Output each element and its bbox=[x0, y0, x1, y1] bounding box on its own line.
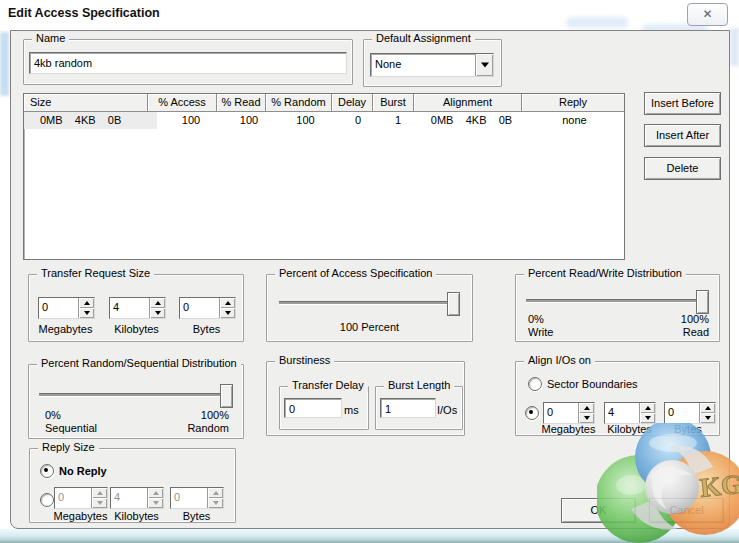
cell-burst: 1 bbox=[378, 112, 418, 129]
spin-up-icon[interactable] bbox=[640, 403, 655, 413]
sector-boundaries-label[interactable]: Sector Boundaries bbox=[547, 378, 638, 391]
default-assignment-group: Default Assignment None bbox=[363, 39, 502, 87]
col-burst[interactable]: Burst bbox=[373, 94, 414, 112]
spin-down-icon bbox=[208, 498, 223, 508]
trs-kilobytes-unit: Kilobytes bbox=[100, 323, 173, 336]
random-sequential-label: Percent Random/Sequential Distribution bbox=[37, 357, 241, 370]
spin-down-icon bbox=[148, 498, 163, 508]
random-sequential-slider[interactable] bbox=[39, 383, 233, 407]
burst-length-input[interactable]: 1 bbox=[380, 398, 436, 418]
spin-down-icon[interactable] bbox=[150, 308, 165, 318]
name-group: Name 4kb random bbox=[23, 39, 353, 85]
access-spec-list[interactable]: Size % Access % Read % Random Delay Burs… bbox=[23, 93, 625, 260]
align-megabytes-spinner[interactable]: 0 bbox=[543, 402, 595, 424]
default-assignment-value: None bbox=[371, 54, 475, 76]
trs-kilobytes-spinner[interactable]: 4 bbox=[109, 297, 166, 319]
transfer-delay-label: Transfer Delay bbox=[288, 379, 368, 392]
align-kilobytes-spinner[interactable]: 4 bbox=[604, 402, 656, 424]
default-assignment-select[interactable]: None bbox=[370, 53, 494, 77]
reply-bytes-spinner: 0 bbox=[170, 487, 224, 509]
table-row[interactable]: 0MB 4KB 0B 100 100 100 0 1 0MB 4KB 0B no… bbox=[24, 112, 624, 129]
spin-up-icon[interactable] bbox=[220, 298, 235, 308]
col-reply[interactable]: Reply bbox=[522, 94, 624, 112]
align-bytes-spinner[interactable]: 0 bbox=[664, 402, 716, 424]
cancel-button[interactable]: Cancel bbox=[649, 498, 724, 523]
screenshot-root: { "win": { "title": "Edit Access Specifi… bbox=[0, 0, 739, 543]
insert-after-button[interactable]: Insert After bbox=[644, 124, 721, 147]
col-alignment[interactable]: Alignment bbox=[414, 94, 522, 112]
cell-delay: 0 bbox=[338, 112, 378, 129]
spin-down-icon[interactable] bbox=[220, 308, 235, 318]
rs-right-pct: 100% bbox=[157, 409, 229, 422]
rs-right-label: Random bbox=[157, 422, 229, 435]
name-group-label: Name bbox=[32, 32, 69, 45]
random-sequential-group: Percent Random/Sequential Distribution 0… bbox=[28, 364, 244, 439]
spin-down-icon[interactable] bbox=[700, 413, 715, 423]
spin-up-icon[interactable] bbox=[700, 403, 715, 413]
radio-no-reply[interactable] bbox=[40, 464, 54, 478]
cell-read: 100 bbox=[225, 112, 273, 129]
col-read[interactable]: % Read bbox=[217, 94, 266, 112]
reply-kilobytes-spinner: 4 bbox=[110, 487, 164, 509]
spin-up-icon[interactable] bbox=[150, 298, 165, 308]
col-size[interactable]: Size bbox=[24, 94, 148, 112]
read-write-slider[interactable] bbox=[526, 289, 709, 313]
spin-up-icon bbox=[208, 488, 223, 498]
trs-megabytes-spinner[interactable]: 0 bbox=[38, 297, 95, 319]
combo-dropdown-button[interactable] bbox=[475, 54, 493, 76]
transfer-delay-input[interactable]: 0 bbox=[284, 398, 342, 418]
col-delay[interactable]: Delay bbox=[332, 94, 373, 112]
slider-thumb[interactable] bbox=[447, 292, 460, 316]
burst-length-group: Burst Length 1 I/Os bbox=[375, 386, 463, 430]
rw-left-label: Write bbox=[528, 326, 553, 339]
slider-thumb[interactable] bbox=[220, 384, 233, 408]
cell-size: 0MB 4KB 0B bbox=[24, 112, 157, 129]
percent-access-value: 100 Percent bbox=[267, 321, 472, 334]
align-ios-group: Align I/Os on Sector Boundaries 0 4 0 Me… bbox=[515, 361, 720, 436]
name-input[interactable]: 4kb random bbox=[29, 52, 347, 74]
window-title: Edit Access Specification bbox=[8, 6, 160, 20]
cell-alignment: 0MB 4KB 0B bbox=[418, 112, 525, 129]
spin-down-icon[interactable] bbox=[579, 413, 594, 423]
no-reply-label[interactable]: No Reply bbox=[59, 465, 107, 478]
trs-bytes-unit: Bytes bbox=[170, 323, 243, 336]
close-icon: ✕ bbox=[702, 7, 712, 21]
spin-down-icon bbox=[92, 498, 107, 508]
close-button[interactable]: ✕ bbox=[687, 3, 728, 26]
spin-down-icon[interactable] bbox=[79, 308, 94, 318]
percent-access-slider[interactable] bbox=[279, 291, 460, 315]
default-assignment-label: Default Assignment bbox=[372, 32, 475, 45]
delete-button[interactable]: Delete bbox=[644, 157, 721, 180]
trs-bytes-spinner[interactable]: 0 bbox=[179, 297, 236, 319]
spin-up-icon[interactable] bbox=[579, 403, 594, 413]
burstiness-group: Burstiness Transfer Delay 0 ms Burst Len… bbox=[266, 361, 465, 436]
radio-align-custom[interactable] bbox=[525, 406, 539, 420]
chevron-down-icon bbox=[481, 63, 489, 68]
percent-access-group: Percent of Access Specification 100 Perc… bbox=[266, 274, 473, 342]
burst-length-label: Burst Length bbox=[384, 379, 454, 392]
col-access[interactable]: % Access bbox=[148, 94, 217, 112]
reply-bytes-unit: Bytes bbox=[160, 510, 233, 523]
col-random[interactable]: % Random bbox=[266, 94, 332, 112]
align-bytes-unit: Bytes bbox=[655, 423, 721, 436]
transfer-delay-unit: ms bbox=[344, 404, 359, 417]
read-write-group: Percent Read/Write Distribution 0% Write… bbox=[515, 274, 720, 342]
spin-up-icon bbox=[148, 488, 163, 498]
ok-button[interactable]: OK bbox=[561, 498, 636, 523]
spin-down-icon[interactable] bbox=[640, 413, 655, 423]
list-header: Size % Access % Read % Random Delay Burs… bbox=[24, 94, 624, 112]
rw-left-pct: 0% bbox=[528, 313, 544, 326]
spin-up-icon[interactable] bbox=[79, 298, 94, 308]
transfer-request-size-group: Transfer Request Size 0 4 0 Megabytes Ki… bbox=[28, 274, 244, 342]
background-blur-blob bbox=[566, 17, 628, 28]
burstiness-label: Burstiness bbox=[275, 354, 334, 367]
slider-thumb[interactable] bbox=[696, 290, 709, 314]
cell-access: 100 bbox=[157, 112, 225, 129]
radio-reply-custom[interactable] bbox=[40, 493, 54, 507]
reply-megabytes-spinner: 0 bbox=[54, 487, 108, 509]
rw-right-label: Read bbox=[639, 326, 709, 339]
insert-before-button[interactable]: Insert Before bbox=[644, 92, 721, 115]
rs-left-pct: 0% bbox=[45, 409, 61, 422]
transfer-delay-group: Transfer Delay 0 ms bbox=[279, 386, 369, 430]
radio-sector-boundaries[interactable] bbox=[528, 377, 542, 391]
